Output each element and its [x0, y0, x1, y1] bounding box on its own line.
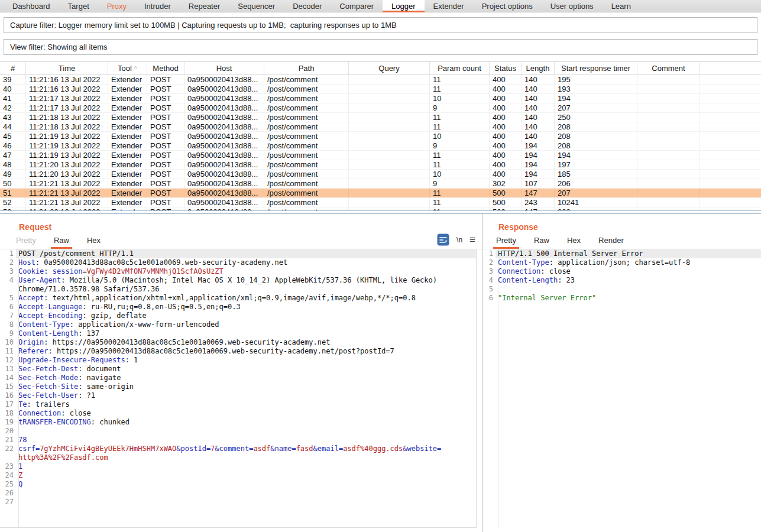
column-header-comment[interactable]: Comment — [637, 62, 700, 74]
column-header-length[interactable]: Length — [522, 62, 555, 74]
path-cell: /post/comment — [264, 75, 349, 84]
logger-table: #TimeTool^MethodHostPathQueryParam count… — [0, 61, 761, 210]
start_response_timer-cell: 185 — [555, 170, 637, 179]
request-panel-title: Request — [19, 222, 482, 232]
request-tab-raw[interactable]: Raw — [52, 236, 71, 249]
table-row[interactable]: 5011:21:21 13 Jul 2022ExtenderPOST0a9500… — [0, 179, 761, 189]
id-cell: 40 — [0, 85, 26, 93]
editor-line: 18Connection: close — [0, 409, 476, 418]
response-tab-pretty[interactable]: Pretty — [494, 236, 518, 249]
menu-tab-sequencer[interactable]: Sequencer — [229, 0, 284, 12]
line-number: 2 — [0, 258, 16, 267]
response-tab-raw[interactable]: Raw — [532, 236, 551, 249]
column-header-method[interactable]: Method — [147, 62, 184, 74]
editor-menu-icon[interactable]: ≡ — [469, 236, 475, 244]
column-header-path[interactable]: Path — [264, 62, 349, 74]
param_count-cell: 10 — [430, 94, 490, 103]
editor-line: 27 — [0, 498, 476, 507]
length-cell: 140 — [522, 132, 555, 141]
newline-toggle-icon[interactable]: \n — [456, 236, 462, 244]
editor-line: 4Content-Length: 23 — [484, 276, 761, 285]
line-number: 1 — [484, 249, 496, 258]
line-number: 3 — [484, 267, 496, 276]
column-header--[interactable]: # — [0, 62, 26, 74]
id-cell: 47 — [0, 151, 26, 160]
menu-tab-decoder[interactable]: Decoder — [284, 0, 331, 12]
time-cell: 11:21:19 13 Jul 2022 — [26, 132, 108, 141]
column-header-start-response-timer[interactable]: Start response timer — [555, 62, 637, 74]
menu-tab-dashboard[interactable]: Dashboard — [4, 0, 59, 12]
comment-cell — [637, 75, 700, 84]
sort-asc-icon: ^ — [134, 65, 137, 72]
length-cell: 140 — [522, 85, 555, 93]
status-cell: 400 — [490, 160, 522, 169]
logger-table-rows: 3911:21:16 13 Jul 2022ExtenderPOST0a9500… — [0, 75, 761, 211]
path-cell: /post/comment — [264, 151, 349, 160]
response-tab-hex[interactable]: Hex — [565, 236, 582, 249]
response-tab-row: PrettyRawHexRender — [484, 235, 761, 249]
tool-cell: Extender — [108, 189, 147, 197]
wrap-toggle-icon[interactable] — [437, 233, 449, 246]
column-header-status[interactable]: Status — [490, 62, 522, 74]
table-row[interactable]: 5211:21:21 13 Jul 2022ExtenderPOST0a9500… — [0, 198, 761, 207]
status-cell: 302 — [490, 179, 522, 188]
param_count-cell: 11 — [430, 122, 490, 131]
host-cell: 0a9500020413d88... — [184, 103, 264, 112]
response-tab-render[interactable]: Render — [597, 236, 626, 249]
table-row[interactable]: 4711:21:19 13 Jul 2022ExtenderPOST0a9500… — [0, 151, 761, 160]
menu-bar: DashboardTargetProxyIntruderRepeaterSequ… — [0, 0, 761, 12]
menu-tab-user-options[interactable]: User options — [542, 0, 603, 12]
length-cell: 243 — [522, 198, 555, 207]
table-row[interactable]: 5111:21:21 13 Jul 2022ExtenderPOST0a9500… — [0, 189, 761, 198]
menu-tab-target[interactable]: Target — [59, 0, 98, 12]
comment-cell — [637, 122, 700, 131]
menu-tab-intruder[interactable]: Intruder — [135, 0, 180, 12]
param_count-cell: 10 — [430, 170, 490, 179]
param_count-cell: 11 — [430, 198, 490, 207]
length-cell: 140 — [522, 75, 555, 84]
request-tab-hex[interactable]: Hex — [85, 236, 102, 249]
status-cell: 400 — [490, 151, 522, 160]
column-header-query[interactable]: Query — [349, 62, 430, 74]
response-editor[interactable]: 1HTTP/1.1 500 Internal Server Error2Cont… — [484, 249, 761, 528]
table-row[interactable]: 4811:21:20 13 Jul 2022ExtenderPOST0a9500… — [0, 160, 761, 170]
table-row[interactable]: 4111:21:17 13 Jul 2022ExtenderPOST0a9500… — [0, 94, 761, 103]
line-number: 13 — [0, 365, 16, 374]
table-row[interactable]: 4411:21:18 13 Jul 2022ExtenderPOST0a9500… — [0, 122, 761, 132]
comment-cell — [637, 132, 700, 141]
menu-tab-repeater[interactable]: Repeater — [180, 0, 229, 12]
column-header-param-count[interactable]: Param count — [430, 62, 490, 74]
request-tab-pretty: Pretty — [14, 236, 38, 249]
path-cell: /post/comment — [264, 132, 349, 141]
start_response_timer-cell: 208 — [555, 132, 637, 141]
length-cell: 147 — [522, 189, 555, 197]
menu-tab-learn[interactable]: Learn — [603, 0, 640, 12]
view-filter-bar[interactable]: View filter: Showing all items — [4, 39, 757, 55]
method-cell: POST — [147, 141, 184, 150]
menu-tab-logger[interactable]: Logger — [383, 0, 424, 12]
host-cell: 0a9500020413d88... — [184, 151, 264, 160]
capture-filter-bar[interactable]: Capture filter: Logger memory limit set … — [4, 17, 757, 33]
table-row[interactable]: 4611:21:19 13 Jul 2022ExtenderPOST0a9500… — [0, 141, 761, 151]
column-header-host[interactable]: Host — [184, 62, 264, 74]
table-row[interactable]: 4911:21:20 13 Jul 2022ExtenderPOST0a9500… — [0, 170, 761, 179]
editor-line: 1POST /post/comment HTTP/1.1 — [0, 249, 476, 258]
editor-line: 14Sec-Fetch-Mode: navigate — [0, 374, 476, 382]
query-cell — [349, 179, 430, 188]
table-row[interactable]: 4511:21:19 13 Jul 2022ExtenderPOST0a9500… — [0, 132, 761, 141]
column-header-time[interactable]: Time — [26, 62, 108, 74]
table-row[interactable]: 4311:21:18 13 Jul 2022ExtenderPOST0a9500… — [0, 113, 761, 122]
column-header-tool[interactable]: Tool^ — [108, 62, 147, 74]
table-row[interactable]: 4011:21:16 13 Jul 2022ExtenderPOST0a9500… — [0, 85, 761, 94]
menu-tab-extender[interactable]: Extender — [425, 0, 473, 12]
menu-tab-project-options[interactable]: Project options — [473, 0, 542, 12]
table-row[interactable]: 3911:21:16 13 Jul 2022ExtenderPOST0a9500… — [0, 75, 761, 85]
id-cell: 48 — [0, 160, 26, 169]
length-cell: 140 — [522, 94, 555, 103]
menu-tab-comparer[interactable]: Comparer — [331, 0, 383, 12]
host-cell: 0a9500020413d88... — [184, 75, 264, 84]
menu-tab-proxy[interactable]: Proxy — [98, 0, 135, 12]
table-row[interactable]: 4211:21:17 13 Jul 2022ExtenderPOST0a9500… — [0, 103, 761, 113]
tool-cell: Extender — [108, 85, 147, 93]
request-editor[interactable]: 1POST /post/comment HTTP/1.12Host: 0a950… — [0, 249, 477, 528]
